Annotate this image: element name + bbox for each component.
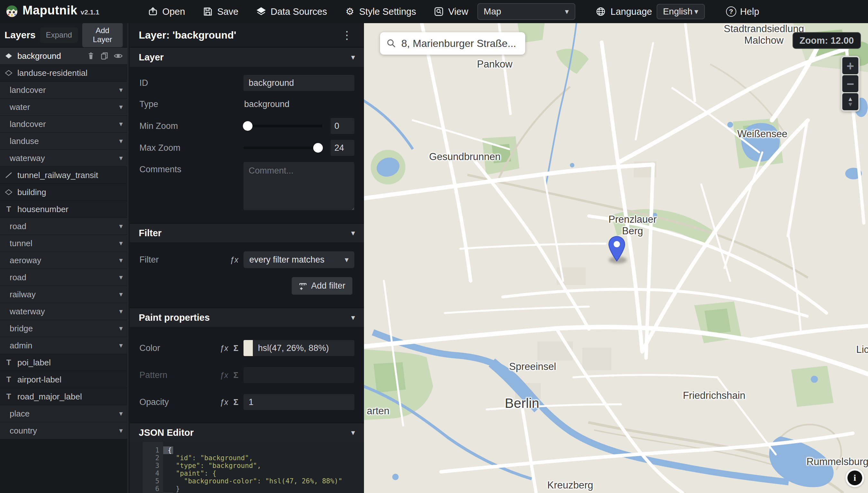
layer-group-railway[interactable]: railway ▾ — [0, 286, 127, 303]
save-label: Save — [217, 6, 238, 17]
group-label: country — [9, 426, 115, 436]
editor-title: Layer: 'background' — [139, 29, 339, 41]
layer-group-waterway[interactable]: waterway ▾ — [0, 150, 127, 167]
section-json-editor[interactable]: JSON Editor ▾ — [130, 423, 364, 442]
duplicate-layer-icon[interactable] — [100, 52, 109, 60]
zoom-function-icon[interactable]: Σ — [233, 397, 238, 407]
attribution-info-button[interactable]: i — [846, 469, 864, 487]
compass-button[interactable]: ▲ ▼ — [842, 93, 859, 110]
id-field-row: ID — [130, 73, 364, 93]
kebab-menu-icon[interactable]: ⋮ — [339, 28, 355, 41]
editor-header: Layer: 'background' ⋮ — [130, 23, 364, 47]
help-button[interactable]: ? Help — [726, 6, 759, 17]
app-title: Maputnik — [22, 3, 77, 17]
add-layer-button[interactable]: Add Layer — [82, 23, 123, 47]
chevron-down-icon: ▾ — [119, 239, 123, 248]
layer-group-place[interactable]: place ▾ — [0, 405, 127, 422]
layer-row-building[interactable]: building — [0, 184, 127, 201]
layer-row-background[interactable]: background — [0, 47, 127, 65]
layer-label: housenumber — [17, 205, 123, 214]
layer-group-water[interactable]: water ▾ — [0, 99, 127, 116]
layer-group-landuse[interactable]: landuse ▾ — [0, 133, 127, 150]
zoom-function-icon[interactable]: Σ — [233, 370, 238, 380]
fill-outline-layer-icon — [4, 188, 13, 196]
code-line: 2 "id": "background", — [130, 454, 364, 462]
layer-group-bridge[interactable]: bridge ▾ — [0, 320, 127, 337]
opacity-row: Opacity ƒx Σ — [130, 389, 364, 415]
zoom-out-button[interactable]: − — [842, 75, 859, 92]
place-label-spreeinsel: Spreeinsel — [509, 361, 556, 372]
max-zoom-slider[interactable] — [244, 147, 322, 149]
expand-button[interactable]: Expand — [40, 27, 78, 43]
place-label-kreuzberg: Kreuzberg — [547, 479, 593, 491]
layer-group-landcover-2[interactable]: landcover ▾ — [0, 116, 127, 133]
map-canvas[interactable]: Pankow Stadtrandsiedlung Malchow Weißens… — [364, 23, 868, 493]
group-label: admin — [9, 341, 115, 351]
language-select[interactable]: English ▾ — [656, 4, 705, 19]
map-navigation-control: + − ▲ ▼ — [841, 56, 860, 111]
layers-stack-icon — [256, 6, 267, 17]
layer-group-country[interactable]: country ▾ — [0, 422, 127, 439]
layer-row-tunnel-railway-transit[interactable]: tunnel_railway_transit — [0, 167, 127, 184]
style-settings-button[interactable]: ⚙ Style Settings — [344, 6, 416, 17]
save-button[interactable]: Save — [202, 6, 238, 17]
gear-icon: ⚙ — [344, 6, 355, 17]
line-number: 5 — [142, 477, 163, 485]
visibility-icon[interactable] — [114, 52, 123, 60]
zoom-function-icon[interactable]: Σ — [233, 343, 238, 353]
color-swatch[interactable] — [244, 340, 253, 356]
min-zoom-label: Min Zoom — [139, 121, 244, 131]
view-button[interactable]: View — [433, 6, 468, 17]
group-label: place — [9, 409, 115, 419]
layer-group-aeroway[interactable]: aeroway ▾ — [0, 252, 127, 269]
id-input[interactable] — [244, 75, 354, 91]
layer-group-road[interactable]: road ▾ — [0, 218, 127, 235]
layer-row-poi-label[interactable]: T poi_label — [0, 354, 127, 371]
layer-group-waterway-2[interactable]: waterway ▾ — [0, 303, 127, 320]
line-number: 2 — [142, 454, 163, 462]
layer-group-admin[interactable]: admin ▾ — [0, 337, 127, 354]
place-label-friedrichshain: Friedrichshain — [683, 390, 745, 401]
function-icon[interactable]: ƒx — [230, 255, 238, 264]
group-label: road — [9, 273, 115, 282]
chevron-down-icon: ▾ — [351, 229, 355, 237]
place-label-pankow: Pankow — [477, 59, 512, 70]
place-label-berlin: Berlin — [505, 395, 539, 411]
layer-group-landcover[interactable]: landcover ▾ — [0, 82, 127, 99]
zoom-in-button[interactable]: + — [842, 57, 859, 74]
filter-combinator-select[interactable]: every filter matches ▾ — [244, 251, 354, 268]
layer-row-landuse-residential[interactable]: landuse-residential — [0, 65, 127, 82]
pattern-input[interactable] — [244, 367, 354, 383]
min-zoom-input[interactable] — [331, 118, 354, 134]
layer-row-airport-label[interactable]: T airport-label — [0, 371, 127, 388]
map-style-select[interactable]: Map ▾ — [477, 3, 575, 20]
add-filter-button[interactable]: Add filter — [292, 277, 352, 295]
opacity-input[interactable] — [244, 394, 354, 410]
color-input[interactable] — [253, 340, 354, 356]
max-zoom-input[interactable] — [331, 140, 354, 156]
slider-thumb[interactable] — [313, 143, 323, 153]
layer-group-tunnel[interactable]: tunnel ▾ — [0, 235, 127, 252]
top-toolbar: Maputnik v2.1.1 Open Save — [0, 0, 868, 23]
slider-thumb[interactable] — [243, 121, 252, 131]
function-icon[interactable]: ƒx — [220, 344, 228, 353]
section-filter[interactable]: Filter ▾ — [130, 223, 364, 242]
place-label-weissensee: Weißensee — [737, 128, 787, 140]
function-icon[interactable]: ƒx — [220, 370, 228, 380]
add-filter-row: Add filter — [130, 277, 364, 295]
layer-editor-panel: Layer: 'background' ⋮ Layer ▾ ID Type ba… — [130, 23, 364, 493]
chevron-down-icon: ▾ — [119, 256, 123, 264]
data-sources-button[interactable]: Data Sources — [256, 6, 327, 17]
open-button[interactable]: Open — [148, 6, 185, 17]
comments-textarea[interactable] — [244, 162, 354, 210]
section-layer[interactable]: Layer ▾ — [130, 47, 364, 67]
layer-row-housenumber[interactable]: T housenumber — [0, 201, 127, 218]
section-paint[interactable]: Paint properties ▾ — [130, 307, 364, 327]
layer-group-road-2[interactable]: road ▾ — [0, 269, 127, 286]
function-icon[interactable]: ƒx — [220, 398, 228, 407]
min-zoom-slider[interactable] — [244, 125, 322, 127]
layer-row-road-major-label[interactable]: T road_major_label — [0, 388, 127, 405]
json-code-editor[interactable]: 1 { 2 "id": "background", 3 "type": "bac… — [130, 442, 364, 493]
search-input[interactable] — [401, 38, 519, 49]
delete-layer-icon[interactable] — [87, 52, 95, 60]
